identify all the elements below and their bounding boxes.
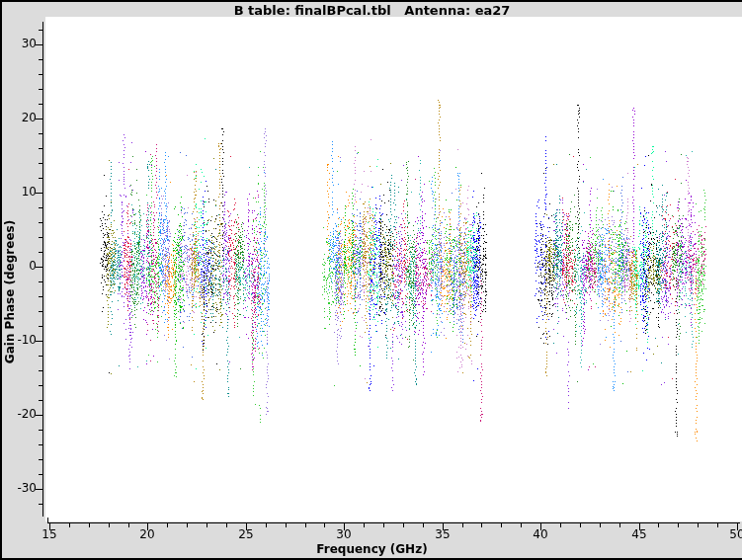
y-tick-label: -20 — [5, 407, 37, 421]
x-tick-label: 45 — [619, 527, 659, 541]
y-tick-label: 20 — [5, 111, 37, 124]
y-tick-label: 0 — [5, 259, 37, 273]
x-tick-label: 35 — [423, 527, 462, 541]
x-tick-label: 15 — [30, 527, 69, 541]
y-tick-label: -30 — [5, 481, 37, 495]
y-tick-label: 10 — [5, 185, 37, 199]
plot-window: B table: finalBPcal.tbl Antenna: ea27 Ga… — [2, 2, 742, 558]
plot-canvas — [2, 2, 742, 558]
y-tick-label: -10 — [5, 333, 37, 347]
window-frame: B table: finalBPcal.tbl Antenna: ea27 Ga… — [0, 0, 742, 560]
x-tick-label: 40 — [521, 527, 560, 541]
plot-title: B table: finalBPcal.tbl Antenna: ea27 — [2, 3, 742, 18]
y-axis-label: Gain Phase (degrees) — [3, 194, 18, 391]
x-axis-label: Frequency (GHz) — [2, 542, 742, 556]
x-tick-label: 20 — [127, 527, 167, 541]
x-tick-label: 50 — [717, 527, 742, 541]
x-tick-label: 25 — [226, 527, 266, 541]
y-tick-label: 30 — [5, 37, 37, 50]
x-tick-label: 30 — [324, 527, 364, 541]
